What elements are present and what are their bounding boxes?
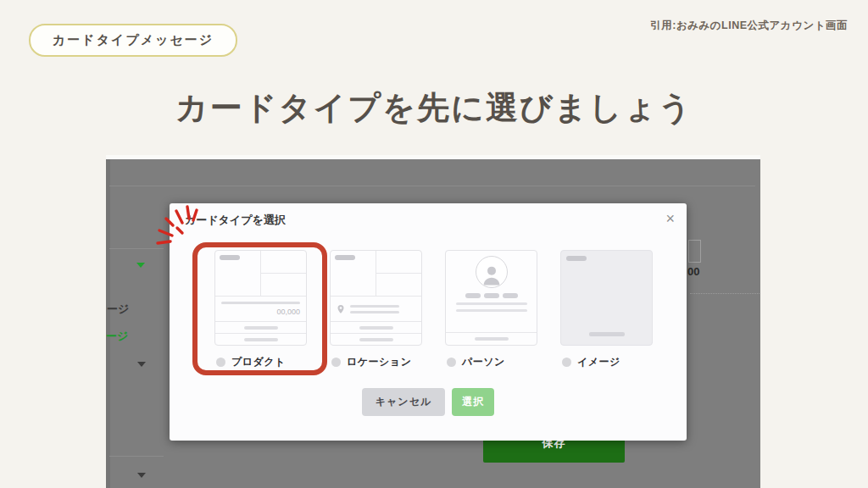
label-placeholder — [566, 256, 587, 261]
cancel-button[interactable]: キャンセル — [362, 388, 445, 416]
sidebar-divider — [109, 248, 164, 249]
sidebar-item-message[interactable]: ージ — [107, 302, 129, 317]
card-option-label: ロケーション — [347, 355, 411, 369]
dotted-divider — [690, 293, 760, 294]
action-placeholder-bar — [244, 338, 278, 341]
line-admin-screenshot: ージ ージ 00 保存 カードタイプを選択 × 00,000 — [106, 155, 760, 488]
source-credit: 引用:おみみのLINE公式アカウント画面 — [650, 19, 848, 33]
action-placeholder-bar — [475, 337, 509, 341]
action-placeholder-bar — [589, 332, 625, 336]
text-placeholder-bar — [456, 309, 527, 312]
modal-title: カードタイプを選択 — [185, 213, 286, 228]
avatar — [476, 256, 508, 288]
action-placeholder-bar — [244, 326, 278, 330]
card-type-options: 00,000 プロダクト — [214, 250, 653, 369]
card-option-label: イメージ — [577, 355, 620, 369]
location-image-grid — [331, 251, 421, 297]
text-placeholder-bar — [350, 305, 399, 308]
person-icon — [479, 262, 504, 287]
card-option-location[interactable]: ロケーション — [330, 250, 422, 369]
sidebar-edge — [106, 159, 110, 488]
product-image-grid — [215, 251, 306, 297]
chevron-down-icon[interactable] — [137, 362, 146, 367]
card-type-modal: カードタイプを選択 × 00,000 — [170, 203, 687, 441]
topic-badge-label: カードタイプメッセージ — [53, 32, 214, 47]
close-icon[interactable]: × — [664, 209, 676, 228]
text-placeholder-bar — [350, 311, 399, 313]
sidebar-item-cardtype-message-active[interactable]: ージ — [106, 329, 128, 344]
image-placeholder — [215, 251, 261, 296]
location-pin-icon — [337, 304, 345, 314]
card-option-person[interactable]: パーソン — [445, 250, 537, 369]
content-divider — [109, 186, 755, 186]
tag-placeholder — [503, 293, 518, 298]
tag-placeholder — [484, 293, 499, 298]
radio-product[interactable] — [216, 358, 225, 367]
action-placeholder-bar — [359, 338, 393, 341]
text-placeholder-bar — [221, 302, 300, 304]
action-placeholder-bar — [359, 326, 393, 330]
topic-badge: カードタイプメッセージ — [29, 24, 237, 57]
screenshot-top-strip — [106, 155, 760, 159]
text-placeholder-bar — [456, 302, 527, 305]
product-thumbnail: 00,000 — [214, 250, 307, 346]
location-thumbnail — [330, 250, 422, 346]
image-thumbnail — [560, 250, 653, 346]
card-option-label: パーソン — [462, 355, 505, 369]
char-counter-box — [688, 240, 701, 263]
page-title: カードタイプを先に選びましょう — [0, 86, 868, 130]
image-placeholder — [331, 251, 376, 296]
radio-image[interactable] — [562, 358, 571, 367]
card-option-label: プロダクト — [231, 355, 286, 369]
sidebar-divider — [109, 456, 164, 457]
card-option-product[interactable]: 00,000 プロダクト — [214, 250, 307, 369]
card-option-image[interactable]: イメージ — [560, 250, 653, 369]
radio-location[interactable] — [331, 358, 341, 367]
chevron-down-icon[interactable] — [136, 263, 145, 268]
price-placeholder: 00,000 — [221, 308, 300, 316]
person-thumbnail — [445, 250, 537, 346]
char-counter-value: 00 — [687, 265, 699, 278]
tag-placeholder — [465, 293, 481, 298]
modal-footer: キャンセル 選択 — [170, 388, 687, 416]
chevron-down-icon[interactable] — [137, 473, 146, 478]
select-button[interactable]: 選択 — [452, 388, 494, 416]
radio-person[interactable] — [447, 358, 456, 367]
